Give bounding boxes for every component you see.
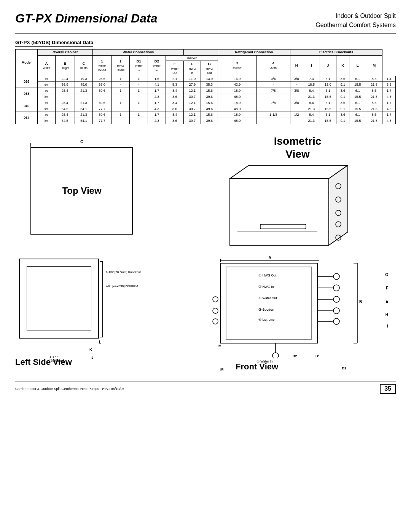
left-diagrams: C Top View xyxy=(15,135,194,372)
data-cell-H: 8.4 xyxy=(303,88,320,94)
data-cell-K: 15.5 xyxy=(349,106,366,112)
data-cell-col2: 1 xyxy=(130,100,148,106)
data-cell-A: 22.4 xyxy=(55,76,75,82)
col-1: 1WaterIn/Out xyxy=(93,55,112,76)
data-cell-D2: 5.3 xyxy=(166,82,184,88)
right-bracket xyxy=(129,147,132,235)
data-cell-A: 64.5 xyxy=(55,106,75,112)
title-right-line2: Geothermal Comfort Systems xyxy=(315,21,396,30)
model-cell: 026 xyxy=(16,76,38,88)
data-cell-D1: 4.3 xyxy=(148,106,166,112)
G-label: G xyxy=(385,273,388,277)
svg-rect-11 xyxy=(226,267,312,339)
data-cell-D2: 2.1 xyxy=(166,76,184,82)
data-cell-col1: 1 xyxy=(111,112,130,118)
data-cell-col3: 7/8 xyxy=(257,100,290,106)
col-L: L xyxy=(349,55,366,76)
data-cell-G: 18.9 xyxy=(218,88,257,94)
suction-label: ③ Suction xyxy=(258,308,274,312)
data-cell-L: 8.6 xyxy=(366,88,382,94)
data-cell-D2: 8.6 xyxy=(166,106,184,112)
data-cell-B: 19.3 xyxy=(75,76,93,82)
data-cell-K: 6.1 xyxy=(349,88,366,94)
c-label: C xyxy=(80,139,83,144)
data-cell-col2: 1 xyxy=(130,76,148,82)
data-cell-A: 64.5 xyxy=(55,118,75,124)
data-cell-J: 3.6 xyxy=(336,100,349,106)
M-label-front: M xyxy=(220,367,223,372)
data-cell-col3: 1-1/8 xyxy=(257,112,290,118)
F-label: F xyxy=(386,286,388,290)
E-label: E xyxy=(386,299,388,304)
data-cell-A: 25.4 xyxy=(55,88,75,94)
c-line xyxy=(30,145,133,145)
data-cell-F: 39.6 xyxy=(201,118,218,124)
data-cell-F: 13.9 xyxy=(201,76,218,82)
data-cell-L: 21.8 xyxy=(366,118,382,124)
col-M: M xyxy=(366,55,382,76)
data-cell-col1: - xyxy=(111,106,130,112)
svg-point-25 xyxy=(213,308,218,313)
data-cell-F: 15.6 xyxy=(201,88,218,94)
data-cell-G: 16.9 xyxy=(218,76,257,82)
data-cell-col3: - xyxy=(257,118,290,124)
data-cell-D1: 1.6 xyxy=(148,76,166,82)
data-cell-col3: - xyxy=(257,82,290,88)
svg-rect-0 xyxy=(230,179,329,245)
data-cell-F: 39.6 xyxy=(201,106,218,112)
col-H: H xyxy=(290,55,303,76)
top-view-box: Top View xyxy=(30,147,133,235)
col-D1: D1WaterIn xyxy=(130,55,148,76)
data-cell-B: - xyxy=(75,94,93,100)
page-footer: Carrier Indoor & Outdoor Split Geotherma… xyxy=(15,381,396,394)
data-cell-B: 21.3 xyxy=(75,112,93,118)
data-cell-E: 30.7 xyxy=(184,118,201,124)
data-cell-G: 48.0 xyxy=(218,94,257,100)
svg-marker-2 xyxy=(329,165,348,245)
data-cell-D2: 3.4 xyxy=(166,88,184,94)
data-cell-B: 54.1 xyxy=(75,106,93,112)
data-cell-D2: 3.4 xyxy=(166,100,184,106)
title-right-line1: Indoor & Outdoor Split xyxy=(315,11,396,21)
data-cell-col4: 1/2 xyxy=(290,112,303,118)
col-K: K xyxy=(336,55,349,76)
data-cell-I: 15.5 xyxy=(320,118,336,124)
data-cell-F: 39.6 xyxy=(201,94,218,100)
data-cell-col3: 7/8 xyxy=(257,88,290,94)
A-dim-line: A xyxy=(220,256,319,261)
col-J: J xyxy=(320,55,336,76)
table-row: cm-----4.38.630.739.648.0--21.315.59.115… xyxy=(16,94,396,100)
data-cell-C: 65.0 xyxy=(93,82,112,88)
data-cell-E: 30.7 xyxy=(184,94,201,100)
data-cell-col1: - xyxy=(111,82,130,88)
overall-cabinet-header: Overall Cabinet xyxy=(38,50,93,56)
data-cell-D1: 4.3 xyxy=(148,118,166,124)
data-cell-col3: - xyxy=(257,106,290,112)
data-cell-E: 11.0 xyxy=(184,76,201,82)
col-F: FHWGIn xyxy=(184,61,201,76)
data-cell-E: 12.1 xyxy=(184,100,201,106)
table-row: cm64.554.177.7--4.38.630.739.648.0--21.3… xyxy=(16,106,396,112)
data-cell-G: 42.9 xyxy=(218,82,257,88)
data-cell-A: 25.4 xyxy=(55,112,75,118)
data-cell-col4: 3/8 xyxy=(290,76,303,82)
col-2: 2HWGIn/Out xyxy=(111,55,130,76)
right-diagrams: Isometric View xyxy=(199,135,396,372)
liq-line-label: ④ Liq. Line xyxy=(258,318,275,321)
refrigerant-connection-header: Refrigerant Connection xyxy=(218,50,290,56)
data-cell-K: 6.1 xyxy=(349,112,366,118)
data-cell-col3: - xyxy=(257,94,290,100)
H-label: H xyxy=(386,313,388,317)
svg-rect-9 xyxy=(260,224,306,229)
title-right: Indoor & Outdoor Split Geothermal Comfor… xyxy=(315,11,396,30)
data-cell-A: 25.4 xyxy=(55,100,75,106)
isometric-diagram: Isometric View xyxy=(199,135,396,248)
top-view-diagram: C Top View xyxy=(15,135,141,245)
data-cell-col1: 1 xyxy=(111,100,130,106)
data-cell-H: 8.4 xyxy=(303,112,320,118)
model-cell: 064 xyxy=(16,112,38,124)
data-cell-M: 4.3 xyxy=(382,94,396,100)
data-cell-I: 15.5 xyxy=(320,94,336,100)
col-I: I xyxy=(303,55,320,76)
data-cell-col4: - xyxy=(290,82,303,88)
